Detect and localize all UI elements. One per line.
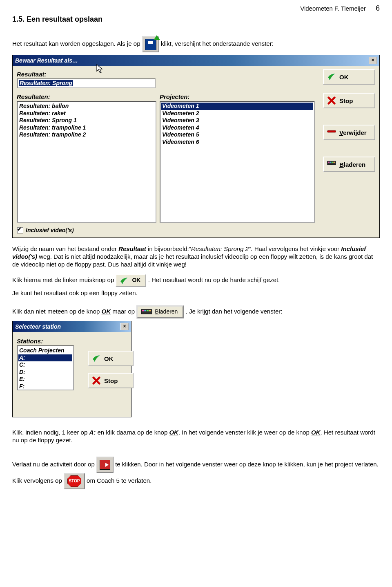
p6-ok: OK bbox=[169, 429, 178, 436]
paragraph-3: Klik hierna met de linker muisknop op OK… bbox=[12, 274, 380, 287]
label-resultaten: Resultaten: bbox=[17, 93, 160, 100]
list-item[interactable]: Resultaten: ballon bbox=[18, 103, 155, 110]
list-item[interactable]: Resultaten: trampoline 1 bbox=[18, 124, 155, 132]
p5-ok: OK bbox=[101, 308, 111, 315]
ok-inline-label: OK bbox=[132, 277, 140, 283]
p2-c: in bijvoorbeeld:" bbox=[146, 245, 191, 252]
titlebar[interactable]: Selecteer station × bbox=[13, 321, 131, 332]
p6-ok2: OK bbox=[311, 429, 321, 436]
doc-title: Videometen F. Tiemeijer bbox=[300, 5, 366, 12]
verwijder-button-label: Verwijder bbox=[339, 129, 367, 136]
p6-a: Klik, indien nodig, 1 keer op bbox=[12, 429, 89, 436]
dialog-selecteer-station: Selecteer station × Stations: Coach Proj… bbox=[12, 321, 131, 417]
exit-icon bbox=[96, 457, 114, 473]
list-item[interactable]: Videometen 3 bbox=[161, 117, 313, 124]
svg-rect-10 bbox=[147, 310, 149, 311]
paragraph-7: Verlaat nu de activiteit door op te klik… bbox=[12, 457, 380, 489]
x-icon bbox=[92, 376, 101, 385]
list-item[interactable]: Videometen 6 bbox=[161, 139, 313, 146]
list-item[interactable]: Videometen 2 bbox=[161, 110, 313, 117]
p2-a: Wijzig de naam van het bestand onder bbox=[12, 245, 118, 252]
input-resultaat[interactable]: Resultaten: Sprong bbox=[17, 78, 156, 88]
stop-button[interactable]: Stop bbox=[88, 373, 134, 388]
svg-rect-3 bbox=[328, 161, 330, 162]
list-item[interactable]: D: bbox=[18, 369, 72, 376]
browse-icon bbox=[141, 308, 152, 316]
checkbox-inclusief-video[interactable]: Inclusief video('s) bbox=[17, 227, 375, 233]
list-item[interactable]: F: bbox=[18, 383, 72, 390]
paragraph-5: Klik dan niet meteen op de knop OK maar … bbox=[12, 305, 380, 318]
svg-rect-9 bbox=[145, 310, 147, 311]
list-item[interactable]: Resultaten: Sprong 1 bbox=[18, 117, 155, 124]
ok-button[interactable]: OK bbox=[323, 69, 375, 85]
listbox-stations[interactable]: Coach ProjectenA:C:D:E:F: bbox=[17, 345, 74, 390]
svg-rect-4 bbox=[330, 161, 332, 162]
p5-b: maar op bbox=[111, 308, 136, 315]
list-item[interactable]: Coach Projecten bbox=[18, 347, 72, 354]
p1-text-b: klikt, verschijnt het onderstaande venst… bbox=[161, 40, 274, 47]
check-icon bbox=[92, 354, 101, 363]
bladeren-button[interactable]: Bladeren bbox=[323, 157, 375, 172]
page-header: Videometen F. Tiemeijer 6 bbox=[12, 4, 380, 13]
p1-text-a: Het resultaat kan worden opgeslagen. Als… bbox=[12, 40, 142, 47]
titlebar[interactable]: Bewaar Resultaat als… × bbox=[13, 55, 379, 66]
svg-rect-7 bbox=[141, 309, 152, 314]
svg-rect-11 bbox=[149, 310, 151, 311]
paragraph-1: Het resultaat kan worden opgeslagen. Als… bbox=[12, 36, 380, 52]
label-projecten: Projecten: bbox=[160, 93, 315, 100]
close-icon[interactable]: × bbox=[369, 57, 377, 64]
p5-c: . Je krijgt dan het volgende venster: bbox=[186, 308, 283, 315]
p2-d: Resultaten: Sprong 2 bbox=[191, 245, 249, 252]
check-icon bbox=[120, 276, 129, 285]
list-item[interactable]: Resultaten: trampoline 2 bbox=[18, 131, 155, 139]
list-item[interactable]: Videometen 5 bbox=[161, 131, 313, 139]
paragraph-4: Je kunt het resultaat ook op een floppy … bbox=[12, 289, 380, 297]
p3-b: . Het resultaat wordt nu op de harde sch… bbox=[148, 276, 280, 283]
ok-button-label: OK bbox=[339, 74, 349, 81]
delete-icon bbox=[327, 128, 336, 137]
label-stations: Stations: bbox=[17, 338, 127, 345]
stop-button[interactable]: Stop bbox=[323, 93, 375, 108]
svg-rect-5 bbox=[332, 161, 333, 162]
list-item[interactable]: Videometen 4 bbox=[161, 124, 313, 132]
list-item[interactable]: C: bbox=[18, 361, 72, 369]
p7-a: Verlaat nu de activiteit door op bbox=[12, 461, 96, 468]
ok-button[interactable]: OK bbox=[88, 351, 134, 366]
svg-rect-1 bbox=[327, 130, 336, 132]
bladeren-button-inline: Bladeren bbox=[136, 305, 184, 318]
listbox-resultaten[interactable]: Resultaten: ballonResultaten: raketResul… bbox=[17, 101, 156, 223]
page: Videometen F. Tiemeijer 6 1.5. Een resul… bbox=[0, 0, 392, 508]
svg-rect-2 bbox=[327, 161, 336, 165]
dialog-title: Selecteer station bbox=[15, 323, 61, 330]
list-item[interactable]: A: bbox=[18, 354, 72, 362]
list-item[interactable]: Resultaten: raket bbox=[18, 110, 155, 117]
listbox-projecten[interactable]: Videometen 1Videometen 2Videometen 3Vide… bbox=[160, 101, 315, 223]
browse-icon bbox=[327, 160, 336, 169]
dialog-bewaar-resultaat: Bewaar Resultaat als… × Resultaat: Resul… bbox=[12, 55, 380, 238]
verwijder-button[interactable]: Verwijder bbox=[323, 125, 375, 140]
list-item[interactable]: E: bbox=[18, 376, 72, 383]
p2-g: weg. Dat is niet altijd noodzakelijk, ma… bbox=[12, 253, 373, 268]
p2-e: ". Haal vervolgens het vinkje voor bbox=[249, 245, 341, 252]
bladeren-inline-label: laderen bbox=[159, 308, 178, 315]
dialog-title: Bewaar Resultaat als… bbox=[15, 57, 78, 64]
ok-button-inline: OK bbox=[116, 274, 146, 287]
p2-b: Resultaat bbox=[118, 245, 146, 252]
paragraph-6: Klik, indien nodig, 1 keer op A: en klik… bbox=[12, 429, 380, 444]
p7-c: om Coach 5 te verlaten. bbox=[87, 477, 151, 484]
save-icon bbox=[142, 36, 159, 52]
ok-button-label: OK bbox=[104, 355, 114, 362]
label-resultaat: Resultaat: bbox=[17, 71, 375, 78]
svg-rect-6 bbox=[333, 161, 335, 162]
x-icon bbox=[327, 96, 336, 105]
list-item[interactable]: Videometen 1 bbox=[161, 103, 313, 110]
check-icon bbox=[327, 72, 336, 81]
stop-button-label: Stop bbox=[339, 97, 353, 104]
stop-icon: STOP bbox=[64, 473, 85, 489]
section-title: 1.5. Een resultaat opslaan bbox=[12, 15, 380, 24]
p5-a: Klik dan niet meteen op de knop bbox=[12, 308, 101, 315]
checkbox-icon[interactable] bbox=[17, 227, 23, 233]
stop-button-label: Stop bbox=[104, 377, 118, 384]
close-icon[interactable]: × bbox=[120, 323, 129, 330]
svg-rect-8 bbox=[142, 310, 144, 311]
